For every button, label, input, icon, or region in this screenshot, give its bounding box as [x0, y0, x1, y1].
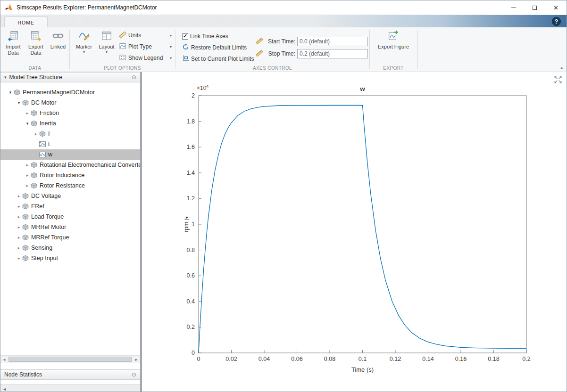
plot-type-dropdown-icon: ▾: [170, 45, 172, 49]
tree-item-rotational-electromechanical-converter[interactable]: ▸Rotational Electromechanical Converter: [0, 160, 140, 170]
tree-item-rotor-inductance[interactable]: ▸Rotor Inductance: [0, 170, 140, 180]
minimize-button[interactable]: [503, 0, 524, 15]
marker-dropdown-icon[interactable]: ▾: [83, 50, 85, 54]
restore-default-limits-button[interactable]: Restore Default Limits: [182, 43, 262, 52]
stop-time-icon: [256, 49, 263, 58]
ribbon-section-plot-options: Marker ▾ Layout ▾: [70, 27, 175, 72]
marker-label: Marker: [76, 44, 92, 50]
matlab-logo-icon: [4, 3, 13, 12]
tree-collapsed-arrow-icon[interactable]: ▸: [16, 256, 22, 261]
y-tick-label: 1.8: [187, 118, 195, 125]
tree-collapsed-arrow-icon[interactable]: ▸: [16, 214, 22, 219]
tree-item-sensing[interactable]: ▸Sensing: [0, 243, 140, 253]
x-tick-label: 0.2: [522, 356, 530, 362]
show-legend-button[interactable]: Show Legend ▾: [119, 53, 172, 63]
ribbon-section-export: Export Figure EXPORT: [370, 27, 417, 72]
tree-item-inertia[interactable]: ▾Inertia: [0, 118, 140, 129]
link-time-axes-toggle[interactable]: Link Time Axes: [182, 32, 253, 41]
tree-item-mrref-motor[interactable]: ▸MRRef Motor: [0, 222, 140, 232]
block-icon: [39, 131, 46, 137]
x-tick-label: 0: [197, 356, 200, 362]
import-data-label: Import Data: [2, 44, 24, 56]
tree-item-dc-voltage[interactable]: ▸DC Voltage: [0, 191, 140, 201]
tree-item-mrref-torque[interactable]: ▸MRRef Torque: [0, 232, 140, 243]
stop-time-input[interactable]: [297, 49, 368, 58]
tree-item-label: Load Torque: [31, 213, 64, 220]
panel-options-icon[interactable]: ⊙: [132, 74, 136, 81]
tree-collapsed-arrow-icon[interactable]: ▸: [16, 225, 22, 229]
tree-collapsed-arrow-icon[interactable]: ▸: [24, 173, 31, 178]
export-figure-button[interactable]: Export Figure: [375, 30, 412, 50]
node-statistics-header[interactable]: Node Statistics ⊙: [0, 369, 140, 380]
scroll-right-icon[interactable]: ▸: [133, 357, 140, 362]
tree-collapsed-arrow-icon[interactable]: ▸: [16, 194, 22, 198]
plot-options-section-label: PLOT OPTIONS: [70, 65, 175, 71]
tree-item-dc-motor[interactable]: ▾DC Motor: [0, 98, 140, 108]
export-data-button[interactable]: Export Data: [25, 30, 47, 56]
y-axis-unit-dropdown[interactable]: rpm (▾: [183, 216, 190, 232]
tree-item-load-torque[interactable]: ▸Load Torque: [0, 212, 140, 222]
tree-item-eref[interactable]: ▸ERef: [0, 201, 140, 212]
link-time-axes-checkbox[interactable]: [182, 33, 188, 40]
maximize-button[interactable]: [524, 0, 545, 15]
x-tick-label: 0.16: [455, 356, 467, 362]
scroll-left-icon[interactable]: ◂: [0, 357, 8, 362]
model-tree-structure-header[interactable]: ▾ Model Tree Structure ⊙: [0, 72, 140, 82]
panel-options-icon[interactable]: ⊙: [132, 371, 136, 378]
tree-item-rotor-resistance[interactable]: ▸Rotor Resistance: [0, 180, 140, 191]
tree-collapsed-arrow-icon[interactable]: ▸: [16, 245, 22, 250]
block-icon: [31, 182, 37, 189]
tree-item-label: t: [48, 141, 50, 147]
tree-horizontal-scrollbar[interactable]: ◂ ▸: [0, 355, 140, 363]
tree-item-i[interactable]: ▸I: [0, 129, 140, 139]
tree-collapsed-arrow-icon[interactable]: ▸: [24, 183, 31, 188]
linked-label: Linked: [50, 44, 66, 50]
close-icon: ✕: [553, 5, 559, 11]
layout-dropdown-icon[interactable]: ▾: [106, 50, 108, 54]
layout-label: Layout: [99, 44, 114, 50]
ribbon: Import Data Export Data: [0, 27, 567, 72]
import-data-button[interactable]: Import Data: [2, 30, 24, 56]
marker-button[interactable]: Marker ▾: [73, 30, 95, 54]
linked-button[interactable]: Linked: [49, 30, 67, 50]
title-bar: Simscape Results Explorer: PermanentMagn…: [0, 0, 567, 15]
block-icon: [31, 110, 37, 116]
tree-item-label: DC Motor: [31, 99, 56, 106]
block-icon: [22, 193, 29, 199]
scrollbar-thumb[interactable]: [8, 357, 132, 362]
block-icon: [22, 99, 29, 106]
tree-item-w[interactable]: w: [0, 149, 140, 160]
y-tick-label: 1.2: [187, 195, 195, 202]
plot-type-button[interactable]: Plot Type ▾: [119, 42, 172, 51]
close-button[interactable]: ✕: [545, 0, 567, 15]
x-tick-label: 0.1: [359, 356, 367, 362]
panel-collapse-icon[interactable]: ▾: [4, 75, 7, 80]
tree-collapsed-arrow-icon[interactable]: ▸: [33, 131, 39, 136]
minimize-ribbon-button[interactable]: ▴: [560, 65, 563, 70]
tree-item-step-input[interactable]: ▸Step Input: [0, 253, 140, 263]
tree-expanded-arrow-icon[interactable]: ▾: [16, 100, 22, 105]
start-time-input[interactable]: [297, 37, 368, 46]
help-button[interactable]: ?: [552, 17, 561, 26]
units-button[interactable]: Units ▾: [119, 31, 172, 40]
block-icon: [22, 234, 29, 241]
tree-collapsed-arrow-icon[interactable]: ▸: [16, 235, 22, 240]
collapse-sidebar-button[interactable]: ◂: [3, 386, 6, 392]
tree-item-permanentmagnetdcmotor[interactable]: ▾PermanentMagnetDCMotor: [0, 87, 140, 98]
start-time-icon: [256, 37, 263, 46]
y-axis-exponent-label: ×104: [197, 84, 208, 91]
x-tick-label: 0.12: [390, 356, 401, 362]
tree-item-label: Rotational Electromechanical Converter: [40, 162, 140, 168]
tree-item-t[interactable]: t: [0, 139, 140, 149]
tree-collapsed-arrow-icon[interactable]: ▸: [24, 111, 31, 115]
tree-expanded-arrow-icon[interactable]: ▾: [7, 90, 14, 95]
tab-home[interactable]: HOME: [4, 16, 48, 28]
layout-button[interactable]: Layout ▾: [96, 30, 117, 54]
model-tree: ▾PermanentMagnetDCMotor▾DC Motor▸Frictio…: [0, 82, 140, 355]
tree-expanded-arrow-icon[interactable]: ▾: [24, 121, 31, 126]
tree-collapsed-arrow-icon[interactable]: ▸: [16, 204, 22, 209]
tree-collapsed-arrow-icon[interactable]: ▸: [24, 163, 31, 167]
block-icon: [22, 255, 29, 261]
tree-item-friction[interactable]: ▸Friction: [0, 108, 140, 118]
block-icon: [22, 203, 29, 210]
